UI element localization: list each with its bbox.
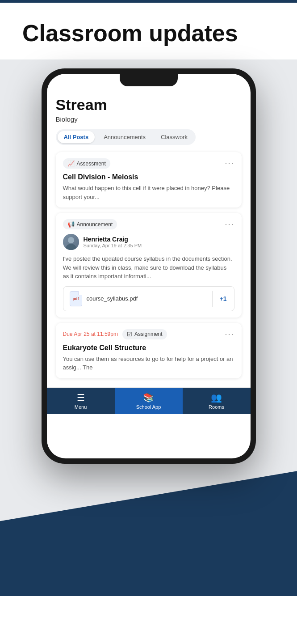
author-row: Henrietta Craig Sunday, Apr 19 at 2:35 P…	[63, 234, 234, 250]
phone-notch	[120, 74, 178, 86]
header-section: Classroom updates	[0, 3, 297, 59]
assessment-title: Cell Division - Meiosis	[63, 173, 234, 181]
rooms-label: Rooms	[209, 404, 224, 410]
attachment[interactable]: pdf course_syllabus.pdf +1	[63, 286, 234, 311]
attachment-file: pdf course_syllabus.pdf	[63, 287, 212, 311]
page-wrapper: Classroom updates Stream Biology All Pos…	[0, 0, 297, 644]
author-name: Henrietta Craig	[84, 236, 142, 243]
tab-all-posts[interactable]: All Posts	[58, 131, 95, 143]
menu-label: Menu	[75, 404, 87, 410]
card-assignment-header: Due Apr 25 at 11:59pm ☑ Assignment ···	[63, 329, 234, 339]
screen-content: Stream Biology All Posts Announcements C…	[47, 74, 251, 384]
author-date: Sunday, Apr 19 at 2:35 PM	[84, 243, 142, 248]
due-badge: Due Apr 25 at 11:59pm	[63, 331, 118, 337]
card-announcement-header: 📢 Announcement ···	[63, 219, 234, 229]
assessment-tag: 📈 Assessment	[63, 158, 110, 169]
attachment-more[interactable]: +1	[212, 291, 234, 307]
announcement-icon: 📢	[67, 221, 75, 228]
phone-device: Stream Biology All Posts Announcements C…	[42, 68, 256, 464]
page-title: Classroom updates	[22, 21, 275, 46]
assessment-more-btn[interactable]: ···	[225, 159, 234, 168]
assignment-tag: ☑ Assignment	[122, 329, 167, 339]
card-assignment: Due Apr 25 at 11:59pm ☑ Assignment ··· E…	[56, 323, 242, 378]
card-assessment: 📈 Assessment ··· Cell Division - Meiosis…	[56, 152, 242, 208]
assignment-title: Eukaryote Cell Structure	[63, 344, 234, 352]
school-app-label: School App	[136, 404, 161, 410]
announcement-body: I've posted the updated course syllabus …	[63, 254, 234, 281]
assignment-more-btn[interactable]: ···	[225, 330, 234, 339]
assignment-label: Assignment	[134, 331, 163, 337]
stream-header: Stream Biology	[56, 96, 242, 123]
nav-rooms[interactable]: 👥 Rooms	[183, 388, 251, 414]
assignment-icon: ☑	[127, 331, 132, 338]
assessment-body: What would happen to this cell if it wer…	[63, 184, 234, 201]
announcement-label: Announcement	[77, 221, 113, 228]
bottom-nav: ☰ Menu 📚 School App 👥 Rooms	[47, 387, 251, 414]
filter-tabs: All Posts Announcements Classwork	[56, 129, 196, 145]
card-assessment-header: 📈 Assessment ···	[63, 158, 234, 169]
nav-menu[interactable]: ☰ Menu	[47, 388, 115, 414]
tab-announcements[interactable]: Announcements	[97, 131, 152, 143]
phone-screen: Stream Biology All Posts Announcements C…	[47, 74, 251, 458]
attachment-name: course_syllabus.pdf	[87, 295, 138, 302]
due-row: Due Apr 25 at 11:59pm ☑ Assignment	[63, 329, 167, 339]
rooms-icon: 👥	[211, 392, 222, 403]
pdf-icon: pdf	[70, 291, 82, 306]
stream-subtitle: Biology	[56, 115, 242, 123]
announcement-more-btn[interactable]: ···	[225, 220, 234, 229]
school-app-icon: 📚	[143, 392, 154, 403]
phone-area: Stream Biology All Posts Announcements C…	[0, 59, 297, 596]
menu-icon: ☰	[77, 392, 85, 403]
assignment-body: You can use them as resources to go to f…	[63, 355, 234, 372]
assessment-label: Assessment	[77, 161, 106, 167]
card-announcement: 📢 Announcement ··· Henrietta Craig	[56, 213, 242, 318]
announcement-tag: 📢 Announcement	[63, 219, 117, 229]
assessment-icon: 📈	[67, 160, 75, 167]
author-info: Henrietta Craig Sunday, Apr 19 at 2:35 P…	[84, 236, 142, 248]
stream-title: Stream	[56, 96, 242, 114]
avatar	[63, 234, 79, 250]
tab-classwork[interactable]: Classwork	[155, 131, 194, 143]
avatar-image	[63, 234, 79, 250]
nav-school-app[interactable]: 📚 School App	[115, 388, 183, 414]
